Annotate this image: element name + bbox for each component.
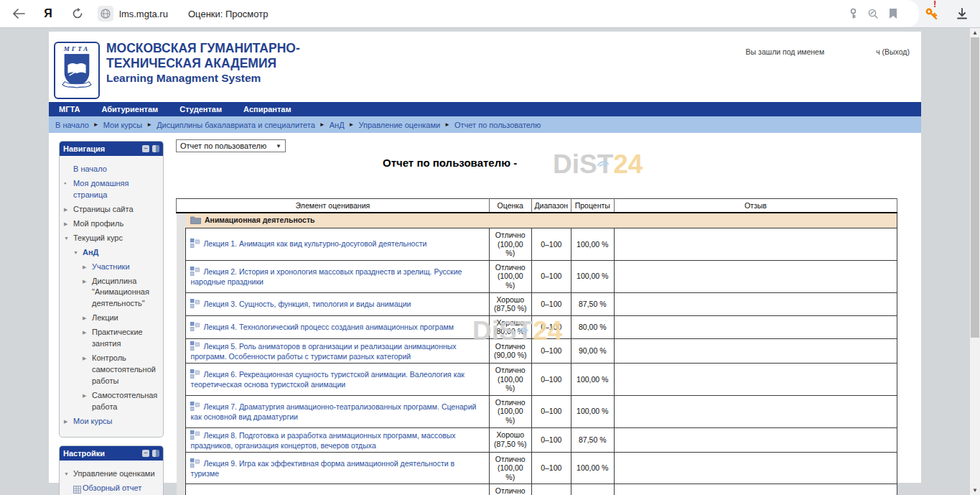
grade-row: Лекция 6. Рекреационная сущность туристс… (177, 363, 897, 395)
settings-block-header: Настройки − (60, 446, 163, 461)
scroll-down-icon[interactable]: ▼ (970, 486, 980, 495)
sidebar-item-label: Моя домашняя страница (73, 178, 161, 201)
search-page-icon[interactable] (864, 0, 882, 27)
sidebar-item[interactable]: ▶Самостоятельная работа (62, 390, 161, 413)
grade-item-link[interactable]: Лекция 9. Игра как эффективная форма ани… (190, 459, 454, 478)
page-background: МГТА МОСКОВСКАЯ ГУМАНИТАРНО- ТЕХНИЧЕСКАЯ… (0, 28, 980, 495)
sidebar-item[interactable]: В начало (62, 164, 161, 175)
grade-item-link[interactable]: Лекция 8. Подготовка и разработка анимац… (190, 431, 455, 450)
breadcrumb-link[interactable]: В начало (55, 121, 89, 129)
feedback-cell (614, 452, 897, 484)
sidebar-item[interactable]: ▪Моя домашняя страница (62, 178, 161, 201)
feedback-cell (614, 338, 897, 363)
sidebar-item[interactable]: ▶Участники (62, 262, 161, 273)
grade-cell: Отлично(100,00 %) (489, 260, 531, 292)
breadcrumb-separator-icon: ► (146, 121, 152, 128)
lesson-icon (190, 299, 200, 310)
sidebar-item[interactable]: ▶Дисциплина "Анимационная деятельность" (62, 276, 161, 310)
scroll-up-icon[interactable]: ▲ (970, 28, 980, 37)
sidebar-item[interactable]: ▼Управление оценками (62, 468, 161, 480)
breadcrumb-link[interactable]: Мои курсы (103, 121, 142, 129)
grade-item-cell: Лекция 3. Сущность, функция, типология и… (186, 292, 489, 315)
collapse-block-icon[interactable]: − (142, 450, 149, 457)
password-alert-icon[interactable]: ! (922, 0, 942, 27)
sidebar-item[interactable]: ▼АнД (62, 247, 161, 259)
range-cell: 0–100 (531, 363, 571, 395)
sidebar-item-label: Обзорный отчет (83, 483, 161, 494)
vertical-scrollbar: ▲ ▼ (970, 28, 980, 495)
breadcrumb-separator-icon: ► (93, 121, 99, 128)
feedback-cell (614, 228, 897, 261)
sidebar-item-label: Дисциплина "Анимационная деятельность" (92, 276, 161, 310)
grade-item-link[interactable]: Лекция 6. Рекреационная сущность туристс… (190, 370, 464, 389)
sidebar-item[interactable]: ▼Текущий курс (62, 233, 161, 244)
navbar-item[interactable]: Аспирантам (243, 105, 291, 114)
navbar-item[interactable]: Абитуриентам (101, 105, 158, 114)
indent-cell (177, 292, 186, 315)
report-type-select[interactable]: Отчет по пользователю ▼ (176, 139, 286, 152)
select-arrow-icon: ▼ (276, 143, 281, 149)
wifi-arcs-icon (595, 143, 610, 173)
range-cell: 0–100 (531, 452, 571, 484)
sidebar-item[interactable]: ▶Контроль самостоятельной работы (62, 353, 161, 387)
lesson-icon (190, 341, 200, 352)
navbar-item[interactable]: МГТА (59, 105, 80, 114)
sidebar-item[interactable]: ▶Мой профиль (62, 218, 161, 230)
yandex-button[interactable]: Я (39, 0, 57, 27)
feedback-cell (614, 292, 897, 315)
sidebar-item-label: Страницы сайта (73, 204, 161, 216)
grade-percent: (100,00 %) (494, 375, 527, 393)
breadcrumb: В начало►Мои курсы►Дисциплины бакалавриа… (49, 116, 921, 133)
grade-item-link[interactable]: Лекция 4. Технологический процесс создан… (203, 323, 453, 331)
breadcrumb-separator-icon: ► (349, 121, 355, 128)
collapsed-arrow-icon: ▶ (64, 204, 73, 216)
indent-cell (177, 228, 186, 261)
scrollbar-thumb[interactable] (971, 37, 979, 338)
grade-item-cell: Лекция 8. Подготовка и разработка анимац… (186, 427, 489, 452)
grade-row: Итоговое тестированиеОтлично(100,00 %)0–… (177, 484, 897, 495)
back-button[interactable] (9, 0, 29, 27)
breadcrumb-separator-icon: ► (444, 121, 450, 128)
percent-cell: 87,50 % (571, 427, 614, 452)
breadcrumb-link[interactable]: АнД (330, 121, 345, 129)
navbar-item[interactable]: Студентам (179, 105, 222, 114)
grade-item-link[interactable]: Лекция 1. Анимация как вид культурно-дос… (203, 239, 426, 248)
grade-item-link[interactable]: Лекция 3. Сущность, функция, типология и… (203, 300, 411, 308)
breadcrumb-link[interactable]: Дисциплины бакалавриата и специалитета (157, 121, 315, 129)
sidebar-item[interactable]: ▶Мои курсы (62, 416, 161, 427)
dock-block-icon[interactable] (152, 450, 159, 457)
grade-item-link[interactable]: Лекция 5. Роль аниматоров в организации … (190, 342, 456, 361)
grade-value: Отлично (494, 486, 527, 495)
grade-value: Отлично (494, 455, 527, 464)
sidebar-item[interactable]: ▶Лекции (62, 313, 161, 324)
column-header: Оценка (489, 199, 531, 213)
collapsed-arrow-icon: ▶ (83, 353, 92, 387)
collapse-block-icon[interactable]: − (142, 145, 149, 152)
grade-item-cell: Итоговое тестирование (186, 484, 489, 495)
protect-key-icon[interactable] (844, 0, 862, 27)
range-cell: 0–100 (531, 484, 571, 495)
org-line1: МОСКОВСКАЯ ГУМАНИТАРНО- (106, 41, 300, 56)
bookmark-icon[interactable] (885, 0, 902, 27)
sidebar-item-label: Контроль самостоятельной работы (92, 353, 161, 387)
address-url[interactable]: lms.mgta.ru (119, 0, 168, 27)
category-name: Анимационная деятельность (205, 216, 315, 224)
site-icon (98, 6, 113, 22)
refresh-button[interactable] (67, 0, 88, 27)
indent-cell (177, 315, 186, 338)
breadcrumb-link[interactable]: Отчет по пользователю (454, 121, 541, 129)
sidebar: Навигация − В начало▪Моя домашняя страни… (59, 141, 164, 495)
download-icon[interactable] (952, 0, 972, 27)
grade-item-link[interactable]: Лекция 2. История и хронология массовых … (190, 267, 462, 286)
folder-icon (190, 216, 201, 226)
sidebar-item[interactable]: Обзорный отчет (62, 483, 161, 494)
range-cell: 0–100 (531, 395, 571, 427)
grade-item-link[interactable]: Лекция 7. Драматургия анимационно-театра… (190, 402, 476, 421)
range-cell: 0–100 (531, 260, 571, 292)
sidebar-item[interactable]: ▶Практические занятия (62, 327, 161, 350)
logout-link[interactable]: ч (Выход) (876, 47, 910, 56)
dock-block-icon[interactable] (152, 145, 159, 152)
sidebar-item[interactable]: ▶Страницы сайта (62, 204, 161, 216)
breadcrumb-link[interactable]: Управление оценками (359, 121, 441, 129)
grade-cell: Отлично(100,00 %) (489, 363, 531, 395)
